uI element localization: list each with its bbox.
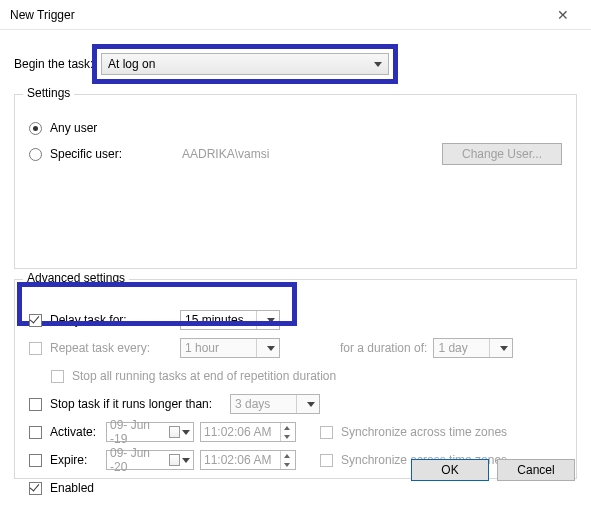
advanced-legend: Advanced settings xyxy=(23,271,129,285)
expire-checkbox[interactable] xyxy=(29,454,42,467)
repeat-checkbox[interactable] xyxy=(29,342,42,355)
chevron-down-icon xyxy=(374,62,382,67)
stop-longer-checkbox[interactable] xyxy=(29,398,42,411)
activate-time-value: 11:02:06 AM xyxy=(204,425,271,439)
activate-label: Activate: xyxy=(50,425,106,439)
close-icon[interactable]: ✕ xyxy=(543,7,583,23)
stop-running-row: Stop all running tasks at end of repetit… xyxy=(51,364,562,388)
any-user-radio[interactable] xyxy=(29,122,42,135)
chevron-down-icon xyxy=(284,463,290,467)
title-bar: New Trigger ✕ xyxy=(0,0,591,30)
chevron-down-icon xyxy=(500,346,508,351)
window-title: New Trigger xyxy=(10,8,75,22)
delay-select[interactable]: 15 minutes xyxy=(180,310,280,330)
stop-running-checkbox[interactable] xyxy=(51,370,64,383)
begin-task-label: Begin the task: xyxy=(14,57,94,71)
advanced-group: Advanced settings Delay task for: 15 min… xyxy=(14,279,577,479)
settings-group: Settings Any user Specific user: AADRIKA… xyxy=(14,94,577,269)
expire-time[interactable]: 11:02:06 AM xyxy=(200,450,296,470)
expire-time-value: 11:02:06 AM xyxy=(204,453,271,467)
enabled-checkbox[interactable] xyxy=(29,482,42,495)
delay-label: Delay task for: xyxy=(50,313,180,327)
repeat-label: Repeat task every: xyxy=(50,341,180,355)
begin-task-value: At log on xyxy=(108,57,368,71)
repeat-value: 1 hour xyxy=(185,341,252,355)
chevron-down-icon xyxy=(267,318,275,323)
repeat-row: Repeat task every: 1 hour for a duration… xyxy=(29,336,562,360)
specific-user-value: AADRIKA\vamsi xyxy=(182,147,269,161)
ok-button[interactable]: OK xyxy=(411,459,489,481)
specific-user-radio[interactable] xyxy=(29,148,42,161)
cancel-button[interactable]: Cancel xyxy=(497,459,575,481)
expire-sync-checkbox[interactable] xyxy=(320,454,333,467)
expire-date-value: 09- Jun -20 xyxy=(110,446,165,474)
activate-sync-checkbox[interactable] xyxy=(320,426,333,439)
any-user-label: Any user xyxy=(50,121,97,135)
calendar-icon xyxy=(169,426,180,438)
begin-task-select[interactable]: At log on xyxy=(101,53,389,75)
chevron-down-icon xyxy=(182,430,190,435)
activate-date-value: 09- Jun -19 xyxy=(110,418,165,446)
activate-row: Activate: 09- Jun -19 11:02:06 AM Synchr… xyxy=(29,420,562,444)
calendar-icon xyxy=(169,454,180,466)
repeat-select[interactable]: 1 hour xyxy=(180,338,280,358)
chevron-down-icon xyxy=(182,458,190,463)
duration-value: 1 day xyxy=(438,341,485,355)
duration-select[interactable]: 1 day xyxy=(433,338,513,358)
stop-longer-row: Stop task if it runs longer than: 3 days xyxy=(29,392,562,416)
duration-label: for a duration of: xyxy=(340,341,427,355)
specific-user-label: Specific user: xyxy=(50,147,122,161)
chevron-up-icon xyxy=(284,454,290,458)
enabled-label: Enabled xyxy=(50,481,94,495)
activate-sync-label: Synchronize across time zones xyxy=(341,425,507,439)
expire-date[interactable]: 09- Jun -20 xyxy=(106,450,194,470)
chevron-down-icon xyxy=(307,402,315,407)
delay-value: 15 minutes xyxy=(185,313,252,327)
chevron-up-icon xyxy=(284,426,290,430)
expire-label: Expire: xyxy=(50,453,106,467)
stop-longer-label: Stop task if it runs longer than: xyxy=(50,397,230,411)
chevron-down-icon xyxy=(284,435,290,439)
stop-running-label: Stop all running tasks at end of repetit… xyxy=(72,369,336,383)
activate-date[interactable]: 09- Jun -19 xyxy=(106,422,194,442)
delay-row: Delay task for: 15 minutes xyxy=(29,308,562,332)
any-user-radio-row[interactable]: Any user xyxy=(29,121,562,135)
chevron-down-icon xyxy=(267,346,275,351)
activate-time[interactable]: 11:02:06 AM xyxy=(200,422,296,442)
stop-longer-value: 3 days xyxy=(235,397,292,411)
activate-checkbox[interactable] xyxy=(29,426,42,439)
stop-longer-select[interactable]: 3 days xyxy=(230,394,320,414)
change-user-button[interactable]: Change User... xyxy=(442,143,562,165)
specific-user-radio-row[interactable]: Specific user: AADRIKA\vamsi Change User… xyxy=(29,143,562,165)
settings-legend: Settings xyxy=(23,86,74,100)
delay-checkbox[interactable] xyxy=(29,314,42,327)
